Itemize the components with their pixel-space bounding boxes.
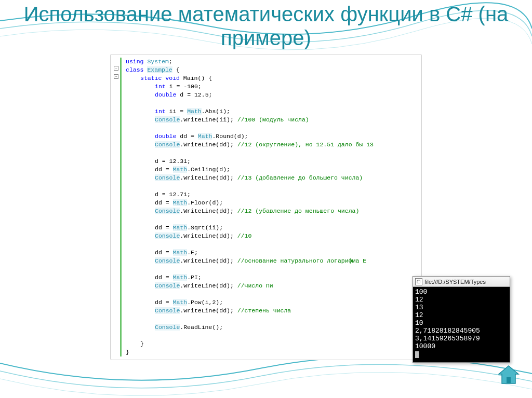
console-line: 2,71828182845905 (415, 327, 480, 335)
source-code: using System; class Example { static voi… (126, 58, 419, 356)
console-app-icon: ▢ (415, 278, 422, 285)
console-line: 10 (415, 319, 423, 327)
home-icon (497, 365, 521, 386)
console-cursor (415, 351, 419, 358)
home-button[interactable] (497, 365, 521, 386)
console-line: 13 (415, 304, 423, 311)
console-line: 12 (415, 296, 423, 304)
code-content: using System; class Example { static voi… (120, 58, 419, 356)
fold-gutter: − − (113, 58, 120, 356)
console-line: 12 (415, 311, 423, 319)
slide-title: Использование математических функции в C… (0, 0, 532, 50)
console-line: 100 (415, 288, 427, 296)
console-output-window: ▢ file:///D:/SYSTEM/Types 100 12 13 12 1… (413, 276, 510, 363)
console-title: file:///D:/SYSTEM/Types (424, 279, 486, 285)
console-line: 10000 (415, 342, 435, 350)
console-body: 100 12 13 12 10 2,71828182845905 3,14159… (413, 287, 510, 362)
svg-rect-1 (507, 377, 511, 383)
console-line: 3,14159265358979 (415, 335, 480, 342)
code-editor-panel: − − using System; class Example { static… (110, 54, 422, 360)
console-titlebar[interactable]: ▢ file:///D:/SYSTEM/Types (413, 277, 510, 287)
fold-toggle-icon[interactable]: − (114, 74, 118, 79)
fold-toggle-icon[interactable]: − (114, 66, 118, 71)
